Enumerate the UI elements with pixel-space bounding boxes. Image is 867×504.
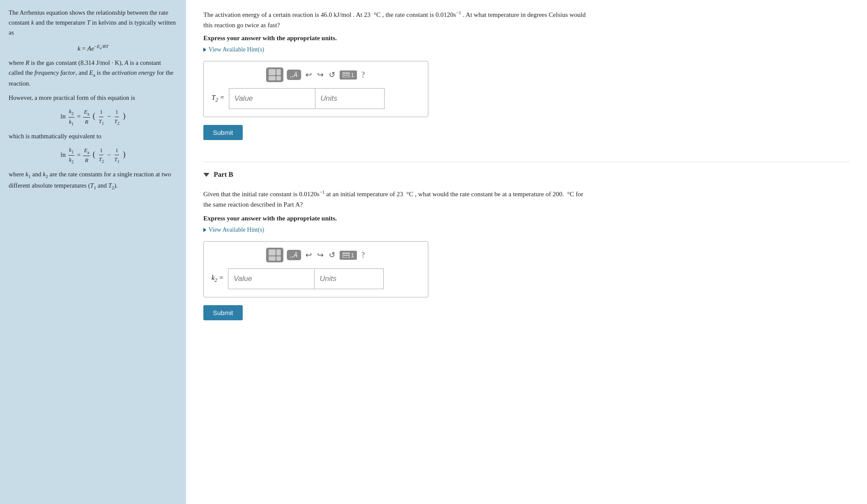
partB-units-input[interactable] <box>315 268 384 289</box>
svg-rect-11 <box>344 255 345 256</box>
partA-hint-text: View Available Hint(s) <box>209 46 264 53</box>
svg-rect-6 <box>347 75 349 76</box>
partB-refresh-button[interactable]: ↺ <box>328 250 336 260</box>
partB-toolbar-icon-group2[interactable]: ,,Ā <box>287 250 301 260</box>
right-panel: The activation energy of a certain react… <box>186 0 867 504</box>
partA-units-input[interactable] <box>315 88 385 109</box>
partA-hint-link[interactable]: View Available Hint(s) <box>203 46 850 53</box>
partA-refresh-button[interactable]: ↺ <box>328 70 336 80</box>
partB-header[interactable]: Part B <box>203 171 850 179</box>
partA-input-label: T2 = <box>212 94 225 103</box>
svg-rect-8 <box>344 253 345 254</box>
partA-input-row: T2 = <box>212 88 420 109</box>
partB-answer-container: ,,Ā ↩ ↪ ↺ 1 ? k2 = <box>203 241 428 297</box>
partB-hint-arrow-icon <box>203 228 206 232</box>
partA-undo-button[interactable]: ↩ <box>305 70 313 80</box>
formula-arrhenius: k = Ae−Ea/RT <box>9 42 177 54</box>
partB-toolbar: ,,Ā ↩ ↪ ↺ 1 ? <box>212 248 420 262</box>
partB-toolbar-icon-group1[interactable] <box>266 248 283 262</box>
svg-rect-12 <box>345 255 347 256</box>
partB-redo-button[interactable]: ↪ <box>316 250 324 260</box>
partA-toolbar-icon-group1[interactable] <box>266 67 283 82</box>
partB-keyboard-label: 1 <box>351 252 354 258</box>
partB-input-label: k2 = <box>212 274 224 284</box>
partA-redo-button[interactable]: ↪ <box>316 70 324 80</box>
partB-keyboard-button[interactable]: 1 <box>340 251 357 260</box>
partA-toolbar-icon-group2[interactable]: ,,Ā <box>287 70 301 80</box>
partB-input-row: k2 = <box>212 268 420 289</box>
svg-rect-13 <box>347 255 349 256</box>
partB-submit-button[interactable]: Submit <box>203 305 243 320</box>
partB-hint-link[interactable]: View Available Hint(s) <box>203 226 850 233</box>
intro-text: The Arrhenius equation shows the relatio… <box>9 8 177 38</box>
svg-rect-9 <box>345 253 347 254</box>
partB-problem-text: Given that the initial rate constant is … <box>203 188 593 210</box>
svg-rect-4 <box>344 75 345 76</box>
partA-toolbar: ,,Ā ↩ ↪ ↺ 1 ? <box>212 67 420 82</box>
left-panel: The Arrhenius equation shows the relatio… <box>0 0 186 504</box>
partA-value-input[interactable] <box>229 88 315 109</box>
partB-undo-button[interactable]: ↩ <box>305 250 313 260</box>
hint-arrow-icon <box>203 48 206 52</box>
desc-equivalent: which is mathmatically equivalent to <box>9 131 177 141</box>
partB-hint-text: View Available Hint(s) <box>209 226 264 233</box>
svg-rect-2 <box>345 73 347 74</box>
partA-problem-text: The activation energy of a certain react… <box>203 9 593 30</box>
partA-help-button[interactable]: ? <box>360 70 366 80</box>
svg-rect-5 <box>345 75 347 76</box>
desc-rate-constants: where k1 and k2 are the rate constants f… <box>9 169 177 191</box>
partA-keyboard-label: 1 <box>351 72 354 78</box>
desc-practical: However, a more practical form of this e… <box>9 93 177 103</box>
section-divider <box>203 162 850 162</box>
svg-rect-1 <box>344 73 345 74</box>
partA-keyboard-button[interactable]: 1 <box>340 70 357 80</box>
desc-gas-constant: where R is the gas constant (8.314 J/mol… <box>9 58 177 89</box>
svg-rect-10 <box>347 253 349 254</box>
partB-header-label: Part B <box>214 171 233 179</box>
svg-rect-3 <box>347 73 349 74</box>
formula-equivalent: ln k1 k2 = Ea R ( 1 T2 − 1 T1 ) <box>9 146 177 165</box>
formula-practical: ln k2 k1 = Ea R ( 1 T1 − 1 T2 ) <box>9 107 177 127</box>
partA-answer-container: ,,Ā ↩ ↪ ↺ 1 ? <box>203 61 428 117</box>
partB-value-input[interactable] <box>228 268 315 289</box>
partB-collapse-arrow-icon <box>203 173 209 177</box>
partB-help-button[interactable]: ? <box>360 251 366 260</box>
partB-express-label: Express your answer with the appropriate… <box>203 215 850 222</box>
partA-submit-button[interactable]: Submit <box>203 125 243 140</box>
partA-express-label: Express your answer with the appropriate… <box>203 35 850 42</box>
